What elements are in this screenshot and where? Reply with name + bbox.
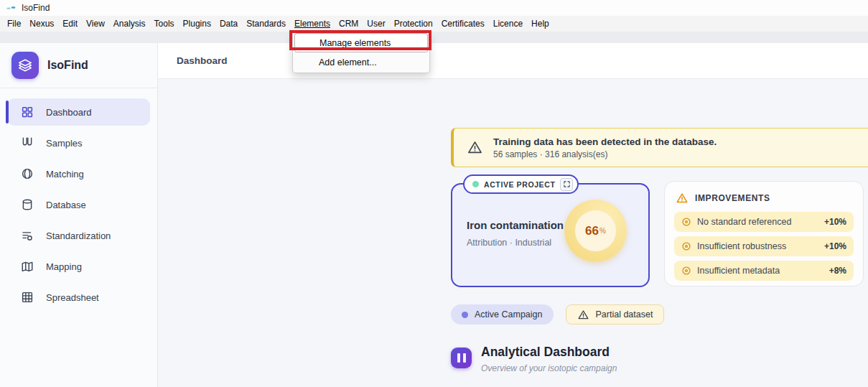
menu-help[interactable]: Help [527, 16, 554, 32]
alert-subtitle: 56 samples · 316 analysis(es) [493, 149, 717, 159]
sidebar-item-label: Standardization [46, 230, 111, 241]
menu-tools[interactable]: Tools [150, 16, 179, 32]
app-icon [6, 3, 16, 13]
menu-crm[interactable]: CRM [335, 16, 363, 32]
sidebar-item-label: Spreadsheet [46, 292, 99, 303]
menu-elements[interactable]: Elements [290, 16, 335, 32]
sidebar-item-label: Database [46, 200, 86, 210]
sidebar-item-dashboard[interactable]: Dashboard [7, 98, 150, 126]
section-title: Analytical Dashboard [481, 345, 617, 360]
purple-dot [462, 312, 468, 318]
isofind-logo-icon [11, 52, 39, 79]
improvement-label: Insufficient metadata [697, 266, 780, 276]
improvement-row: No standard referenced +10% [674, 212, 854, 232]
progress-gauge-center: 66% [575, 210, 616, 251]
pause-icon [451, 348, 472, 368]
database-icon [21, 198, 34, 211]
main-content: Training data has been detected in the d… [158, 79, 868, 387]
training-data-alert: Training data has been detected in the d… [451, 128, 868, 167]
table-icon [21, 291, 34, 304]
alert-text: Training data has been detected in the d… [493, 136, 717, 159]
project-name: Iron contamination [467, 219, 564, 231]
progress-unit: % [599, 227, 606, 235]
progress-gauge: 66% [564, 200, 627, 262]
menu-certificates[interactable]: Certificates [437, 16, 489, 32]
sidebar-nav: Dashboard Samples Matching Database [0, 88, 157, 325]
menubar: File Nexus Edit View Analysis Tools Plug… [0, 16, 868, 32]
active-project-badge: ACTIVE PROJECT [463, 174, 579, 194]
elements-dropdown-menu: Manage elements Add element... [292, 32, 430, 73]
sidebar-item-database[interactable]: Database [7, 191, 150, 218]
active-campaign-badge[interactable]: Active Campaign [451, 304, 554, 325]
section-subtitle: Overview of your isotopic campaign [481, 363, 617, 373]
sidebar-item-mapping[interactable]: Mapping [7, 253, 150, 280]
menu-standards[interactable]: Standards [242, 16, 290, 32]
improvements-card: IMPROVEMENTS No standard referenced +10%… [664, 181, 864, 286]
sidebar-item-samples[interactable]: Samples [7, 129, 150, 157]
improvements-title: IMPROVEMENTS [695, 193, 770, 203]
page-header: Dashboard [158, 43, 868, 79]
brand-name: IsoFind [47, 59, 88, 72]
improvement-row: Insufficient robustness +10% [674, 236, 854, 256]
improvement-label: No standard referenced [697, 217, 791, 227]
menu-protection[interactable]: Protection [390, 16, 437, 32]
menu-data[interactable]: Data [215, 16, 242, 32]
warning-triangle-icon [467, 139, 483, 156]
map-icon [21, 260, 34, 273]
partial-dataset-badge[interactable]: Partial dataset [566, 304, 665, 325]
target-icon [681, 241, 691, 251]
menu-nexus[interactable]: Nexus [25, 16, 58, 32]
samples-icon [21, 136, 34, 149]
menu-user[interactable]: User [363, 16, 389, 32]
standardization-icon [21, 229, 34, 242]
badge-label: Active Campaign [475, 309, 543, 320]
menu-plugins[interactable]: Plugins [179, 16, 215, 32]
grid-icon [21, 106, 34, 118]
menu-item-manage-elements[interactable]: Manage elements [294, 33, 428, 52]
sidebar-item-label: Mapping [46, 261, 82, 272]
improvement-row: Insufficient metadata +8% [674, 261, 854, 281]
matching-icon [21, 167, 34, 180]
status-dot [472, 181, 479, 187]
sidebar-item-matching[interactable]: Matching [7, 160, 150, 187]
sidebar-item-label: Matching [46, 169, 84, 179]
improvement-value: +10% [824, 217, 846, 227]
expand-icon [563, 180, 571, 188]
warning-triangle-icon [577, 309, 589, 321]
target-icon [681, 217, 691, 227]
status-badges-row: Active Campaign Partial dataset [451, 304, 664, 325]
menu-licence[interactable]: Licence [489, 16, 527, 32]
sidebar-item-label: Dashboard [46, 107, 92, 118]
improvement-value: +8% [829, 266, 846, 276]
progress-value: 66 [585, 224, 599, 238]
menu-view[interactable]: View [82, 16, 109, 32]
analytical-dashboard-section: Analytical Dashboard Overview of your is… [451, 345, 617, 373]
window-chrome-band [0, 32, 868, 43]
target-icon [681, 266, 691, 276]
menu-analysis[interactable]: Analysis [109, 16, 150, 32]
improvement-value: +10% [824, 241, 846, 251]
improvement-label: Insufficient robustness [697, 241, 786, 251]
sidebar-item-standardization[interactable]: Standardization [7, 222, 150, 249]
expand-button[interactable] [560, 178, 573, 191]
menu-item-add-element[interactable]: Add element... [294, 52, 428, 72]
project-meta: Attribution · Industrial [467, 238, 551, 248]
active-project-card: ACTIVE PROJECT Iron contamination Attrib… [451, 183, 650, 287]
badge-label: Partial dataset [596, 309, 653, 320]
brand-row: IsoFind [0, 43, 157, 88]
improvements-header: IMPROVEMENTS [676, 192, 854, 205]
alert-title: Training data has been detected in the d… [493, 136, 717, 147]
page-title: Dashboard [177, 55, 228, 66]
sidebar-item-label: Samples [46, 138, 83, 149]
menu-file[interactable]: File [3, 16, 25, 32]
active-project-label: ACTIVE PROJECT [484, 180, 555, 189]
sidebar: IsoFind Dashboard Samples Matching [0, 43, 158, 387]
menu-edit[interactable]: Edit [58, 16, 82, 32]
window-titlebar: IsoFind [0, 0, 868, 16]
section-text: Analytical Dashboard Overview of your is… [481, 345, 617, 373]
sidebar-item-spreadsheet[interactable]: Spreadsheet [7, 284, 150, 311]
warning-triangle-icon [676, 192, 689, 205]
window-title: IsoFind [22, 3, 50, 13]
